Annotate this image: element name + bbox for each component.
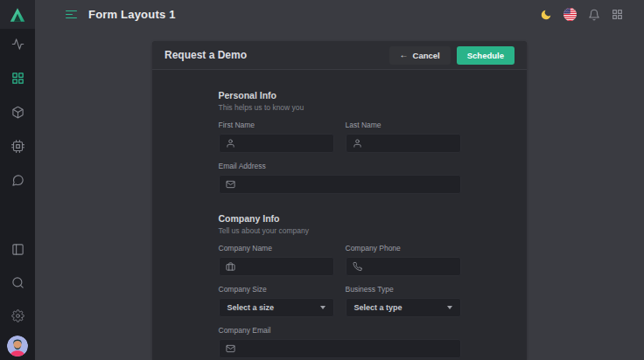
sidebar-item-activity[interactable] — [0, 27, 35, 61]
back-arrow-icon: ← — [400, 51, 409, 59]
cancel-button-label: Cancel — [413, 51, 440, 60]
company-email-input[interactable] — [219, 339, 461, 358]
card-header: Request a Demo ← Cancel Schedule — [152, 41, 527, 70]
email-label: Email Address — [219, 162, 461, 170]
first-name-input[interactable] — [219, 134, 334, 153]
sidebar — [0, 0, 35, 360]
avatar-image — [7, 336, 28, 357]
company-size-value: Select a size — [228, 303, 275, 312]
schedule-button[interactable]: Schedule — [457, 46, 514, 65]
sidebar-item-layout[interactable] — [0, 232, 35, 266]
form-column: Personal Info This helps us to know you … — [219, 90, 461, 358]
sidebar-item-messages[interactable] — [0, 163, 35, 197]
last-name-input-wrap — [346, 134, 461, 153]
sidebar-item-system[interactable] — [0, 129, 35, 163]
email-input-wrap — [219, 175, 461, 194]
company-phone-input-wrap — [346, 257, 461, 276]
app-root: Form Layouts 1 — [0, 0, 644, 360]
business-type-field: Business Type Select a type — [346, 285, 461, 317]
last-name-label: Last Name — [346, 121, 461, 129]
us-flag-icon — [564, 8, 577, 21]
main-column: Form Layouts 1 — [35, 0, 644, 360]
box-icon — [11, 106, 24, 119]
company-info-heading: Company Info — [219, 213, 461, 224]
sidebar-item-apps[interactable] — [0, 61, 35, 95]
company-row-2: Company Size Select a size Business Type — [219, 276, 461, 317]
grid-icon — [11, 72, 24, 85]
business-type-value: Select a type — [354, 303, 402, 312]
apps-grid-icon — [612, 9, 623, 20]
settings-icon — [11, 309, 24, 322]
request-demo-card: Request a Demo ← Cancel Schedule — [152, 41, 527, 360]
chat-icon — [11, 174, 24, 187]
company-phone-field: Company Phone — [346, 244, 461, 276]
company-email-input-wrap — [219, 339, 461, 358]
sidebar-nav-bottom — [0, 232, 35, 360]
first-name-input-wrap — [219, 134, 334, 153]
search-icon — [11, 276, 24, 289]
company-name-label: Company Name — [219, 244, 334, 253]
company-email-label: Company Email — [219, 326, 461, 335]
card-body: Personal Info This helps us to know you … — [152, 70, 527, 358]
header-actions — [540, 8, 623, 21]
layout-panel-icon — [11, 243, 24, 256]
first-name-label: First Name — [219, 121, 334, 129]
company-email-field: Company Email — [219, 326, 461, 358]
cancel-button[interactable]: ← Cancel — [389, 46, 451, 65]
first-name-field: First Name — [219, 121, 334, 153]
last-name-field: Last Name — [346, 121, 461, 153]
company-name-field: Company Name — [219, 244, 334, 276]
page-title: Form Layouts 1 — [88, 8, 176, 21]
company-phone-label: Company Phone — [346, 244, 461, 253]
card-actions: ← Cancel Schedule — [389, 46, 514, 65]
personal-info-heading: Personal Info — [219, 90, 461, 100]
business-type-select[interactable]: Select a type — [346, 298, 461, 317]
personal-info-section: Personal Info This helps us to know you … — [219, 90, 461, 194]
sidebar-nav-top — [0, 27, 35, 197]
top-header: Form Layouts 1 — [35, 0, 644, 29]
content-area: Request a Demo ← Cancel Schedule — [35, 29, 644, 360]
sidebar-item-search[interactable] — [0, 266, 35, 299]
chevron-down-icon — [320, 306, 326, 309]
apps-menu-button[interactable] — [612, 9, 623, 20]
company-info-subheading: Tell us about your company — [219, 226, 461, 235]
sidebar-item-components[interactable] — [0, 95, 35, 129]
notifications-button[interactable] — [588, 9, 600, 21]
business-type-label: Business Type — [346, 285, 461, 294]
theme-toggle-button[interactable] — [540, 9, 552, 21]
user-avatar[interactable] — [0, 332, 35, 360]
chevron-down-icon — [447, 306, 452, 309]
logo-triangle-icon — [8, 5, 27, 24]
bell-icon — [588, 9, 600, 21]
cpu-icon — [11, 140, 24, 153]
company-size-label: Company Size — [219, 285, 334, 294]
activity-icon — [11, 38, 24, 51]
sidebar-item-settings[interactable] — [0, 299, 35, 332]
name-row: First Name Last Name — [219, 112, 461, 153]
email-input[interactable] — [219, 175, 461, 194]
last-name-input[interactable] — [346, 134, 461, 153]
company-size-select[interactable]: Select a size — [219, 298, 334, 317]
personal-info-subheading: This helps us to know you — [219, 103, 461, 112]
schedule-button-label: Schedule — [467, 51, 504, 60]
company-row-1: Company Name Company Phone — [219, 235, 461, 276]
language-button[interactable] — [564, 8, 577, 21]
app-logo[interactable] — [0, 0, 35, 29]
card-title: Request a Demo — [164, 49, 247, 61]
menu-toggle-button[interactable] — [64, 9, 79, 21]
company-size-field: Company Size Select a size — [219, 285, 334, 317]
company-name-input-wrap — [219, 257, 334, 276]
company-info-section: Company Info Tell us about your company … — [219, 213, 461, 358]
email-field: Email Address — [219, 162, 461, 194]
company-phone-input[interactable] — [346, 257, 461, 276]
moon-icon — [540, 9, 552, 21]
company-name-input[interactable] — [219, 257, 334, 276]
